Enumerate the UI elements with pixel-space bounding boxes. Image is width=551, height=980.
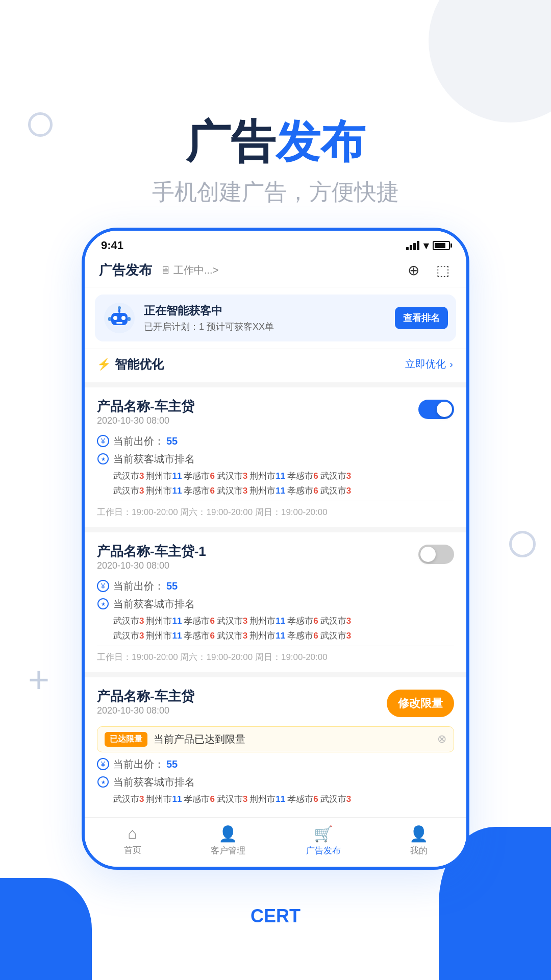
bid-value-3: 55 — [166, 758, 178, 770]
wifi-icon: ▾ — [423, 239, 429, 252]
phone-mockup-container: 9:41 ▾ 广告发布 🖥 工作中... > — [0, 228, 551, 870]
workspace-selector[interactable]: 🖥 工作中... > — [160, 263, 404, 277]
product-rank-label-2: ★ 当前获客城市排名 — [97, 597, 454, 611]
nav-item-home[interactable]: ⌂ 首页 — [85, 825, 180, 856]
lightning-icon: ⚡ — [97, 358, 111, 371]
product-date-2: 2020-10-30 08:00 — [97, 560, 206, 571]
status-bar: 9:41 ▾ — [85, 231, 466, 256]
product-bid-1: ¥ 当前出价： 55 — [97, 434, 454, 448]
workspace-arrow: > — [213, 264, 219, 276]
product-toggle-1[interactable] — [418, 400, 454, 419]
optimize-action[interactable]: 立即优化 › — [405, 357, 454, 371]
robot-subtitle: 已开启计划：1 预计可获客XX单 — [144, 321, 395, 333]
city-tags-2-row1: 武汉市3 荆州市11 孝感市6 武汉市3 荆州市11 孝感市6 武汉市3 — [113, 615, 454, 627]
nav-label-customers: 客户管理 — [211, 845, 245, 856]
svg-rect-7 — [108, 317, 111, 321]
product-header-2: 产品名称-车主贷-1 2020-10-30 08:00 — [97, 543, 454, 576]
bid-value-2: 55 — [166, 580, 178, 592]
optimize-action-arrow: › — [449, 358, 453, 370]
svg-text:★: ★ — [101, 601, 106, 607]
toolbar-actions: ⊕ ⬚ — [404, 261, 452, 280]
page-title: 广告发布 — [0, 117, 551, 167]
product-toggle-2[interactable] — [418, 545, 454, 564]
nav-item-ads[interactable]: 🛒 广告发布 — [276, 825, 371, 856]
product-card-3: 产品名称-车主贷 2020-10-30 08:00 修改限量 已达限量 当前产品… — [85, 672, 466, 817]
product-name-1: 产品名称-车主贷 — [97, 398, 194, 415]
product-schedule-2: 工作日：19:00-20:00 周六：19:00-20:00 周日：19:00-… — [97, 646, 454, 663]
svg-rect-4 — [116, 322, 122, 324]
robot-title: 正在智能获客中 — [144, 303, 395, 318]
customers-icon: 👤 — [218, 825, 237, 843]
nav-label-home: 首页 — [124, 844, 141, 856]
monitor-icon: 🖥 — [160, 264, 170, 276]
product-date-3: 2020-10-30 08:00 — [97, 705, 194, 716]
product-card-2: 产品名称-车主贷-1 2020-10-30 08:00 ¥ 当前出价： 55 ★… — [85, 527, 466, 672]
nav-label-mine: 我的 — [410, 845, 428, 856]
mine-icon: 👤 — [409, 825, 428, 843]
product-rank-label-3: ★ 当前获客城市排名 — [97, 775, 454, 789]
nav-label-ads: 广告发布 — [306, 845, 341, 856]
status-icons: ▾ — [406, 239, 450, 252]
product-name-2: 产品名称-车主贷-1 — [97, 543, 206, 560]
product-bid-2: ¥ 当前出价： 55 — [97, 579, 454, 593]
add-button[interactable]: ⊕ — [404, 261, 422, 280]
battery-icon — [433, 241, 450, 250]
modify-limit-button[interactable]: 修改限量 — [387, 690, 454, 717]
svg-point-3 — [121, 316, 126, 320]
product-card-1: 产品名称-车主贷 2020-10-30 08:00 ¥ 当前出价： 55 ★ 当… — [85, 382, 466, 527]
product-bid-3: ¥ 当前出价： 55 — [97, 757, 454, 771]
product-date-1: 2020-10-30 08:00 — [97, 415, 194, 426]
bid-icon-1: ¥ — [97, 435, 109, 447]
robot-banner: 正在智能获客中 已开启计划：1 预计可获客XX单 查看排名 — [95, 295, 456, 341]
page-header: 广告发布 手机创建广告，方便快捷 — [0, 0, 551, 228]
svg-point-2 — [113, 316, 117, 320]
bid-value-1: 55 — [166, 435, 178, 447]
limit-close-button[interactable]: ⊗ — [437, 732, 446, 746]
bottom-nav: ⌂ 首页 👤 客户管理 🛒 广告发布 👤 我的 — [85, 817, 466, 867]
limit-banner: 已达限量 当前产品已达到限量 ⊗ — [97, 726, 454, 752]
limit-badge: 已达限量 — [105, 732, 147, 747]
nav-item-mine[interactable]: 👤 我的 — [371, 825, 466, 856]
robot-avatar — [103, 302, 136, 334]
optimize-action-text: 立即优化 — [405, 358, 446, 370]
svg-text:★: ★ — [101, 456, 106, 462]
svg-rect-8 — [128, 317, 131, 321]
nav-item-customers[interactable]: 👤 客户管理 — [180, 825, 276, 856]
city-tags-1-row1: 武汉市3 荆州市11 孝感市6 武汉市3 荆州市11 孝感市6 武汉市3 — [113, 470, 454, 482]
status-time: 9:41 — [101, 239, 123, 252]
workspace-label: 工作中... — [173, 263, 213, 277]
signal-icon — [406, 241, 419, 250]
city-tags-1-row2: 武汉市3 荆州市11 孝感市6 武汉市3 荆州市11 孝感市6 武汉市3 — [113, 485, 454, 497]
toolbar-title: 广告发布 — [99, 261, 152, 279]
product-header-3: 产品名称-车主贷 2020-10-30 08:00 修改限量 — [97, 688, 454, 721]
rank-icon-3: ★ — [97, 776, 109, 788]
product-rank-label-1: ★ 当前获客城市排名 — [97, 452, 454, 466]
ads-icon: 🛒 — [314, 825, 333, 843]
limit-text: 当前产品已达到限量 — [154, 732, 433, 746]
cert-section: CERT — [0, 900, 551, 942]
smart-optimize-bar: ⚡ 智能优化 立即优化 › — [85, 349, 466, 380]
svg-rect-5 — [118, 309, 120, 313]
page-subtitle: 手机创建广告，方便快捷 — [0, 177, 551, 207]
view-ranking-button[interactable]: 查看排名 — [395, 307, 448, 329]
app-toolbar: 广告发布 🖥 工作中... > ⊕ ⬚ — [85, 256, 466, 287]
product-schedule-1: 工作日：19:00-20:00 周六：19:00-20:00 周日：19:00-… — [97, 501, 454, 518]
rank-icon-2: ★ — [97, 598, 109, 610]
phone-mockup: 9:41 ▾ 广告发布 🖥 工作中... > — [82, 228, 469, 870]
svg-text:★: ★ — [101, 779, 106, 785]
smart-bar-label: 智能优化 — [115, 356, 405, 373]
title-blue-part: 发布 — [276, 116, 365, 167]
edit-button[interactable]: ⬚ — [434, 261, 452, 280]
home-icon: ⌂ — [128, 825, 137, 842]
rank-icon-1: ★ — [97, 453, 109, 465]
bid-icon-2: ¥ — [97, 580, 109, 592]
city-tags-3-row1: 武汉市3 荆州市11 孝感市6 武汉市3 荆州市11 孝感市6 武汉市3 — [113, 793, 454, 805]
city-tags-2-row2: 武汉市3 荆州市11 孝感市6 武汉市3 荆州市11 孝感市6 武汉市3 — [113, 630, 454, 642]
robot-text: 正在智能获客中 已开启计划：1 预计可获客XX单 — [144, 303, 395, 333]
title-dark-part: 广告 — [186, 116, 276, 167]
product-header-1: 产品名称-车主贷 2020-10-30 08:00 — [97, 398, 454, 431]
product-name-3: 产品名称-车主贷 — [97, 688, 194, 705]
bid-icon-3: ¥ — [97, 758, 109, 770]
cert-text: CERT — [251, 905, 300, 926]
svg-point-6 — [118, 306, 121, 309]
